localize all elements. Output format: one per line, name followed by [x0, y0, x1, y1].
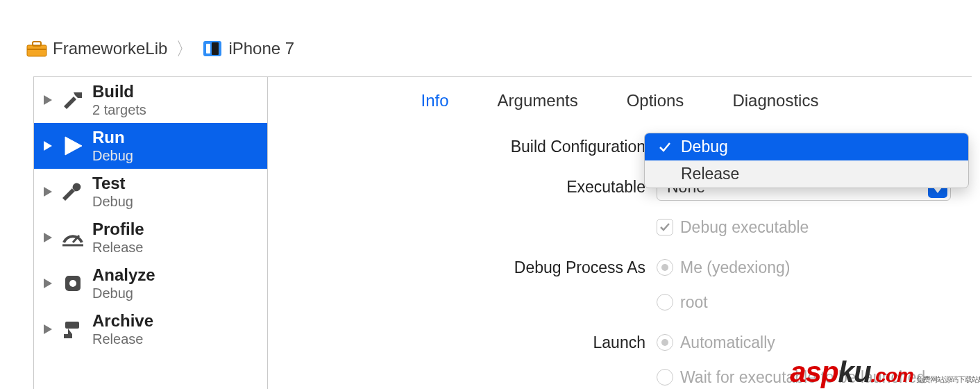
- scheme-selector[interactable]: FrameworkeLib: [26, 39, 167, 58]
- scheme-editor-panel: Build 2 targets Run Debug: [33, 76, 972, 389]
- main-content: Info Arguments Options Diagnostics Build…: [268, 77, 972, 389]
- watermark: asp ku .com 免费网站源码下载站!: [790, 356, 980, 389]
- watermark-part: asp: [790, 356, 838, 389]
- sidebar-item-subtitle: 2 targets: [92, 102, 146, 117]
- sidebar-item-title: Profile: [92, 220, 144, 238]
- sidebar-item-run[interactable]: Run Debug: [34, 123, 267, 169]
- gauge-icon: [59, 227, 87, 248]
- launch-wait-radio[interactable]: [657, 369, 673, 386]
- debug-process-as-label: Debug Process As: [282, 258, 657, 277]
- sidebar-item-subtitle: Debug: [92, 148, 133, 163]
- debug-executable-checkbox[interactable]: [657, 219, 673, 235]
- sidebar-item-subtitle: Release: [92, 331, 153, 347]
- check-icon: [657, 142, 673, 153]
- scheme-sidebar: Build 2 targets Run Debug: [34, 77, 268, 389]
- sidebar-item-subtitle: Debug: [92, 285, 155, 301]
- sidebar-item-title: Build: [92, 83, 146, 101]
- executable-label: Executable: [282, 178, 657, 197]
- breadcrumb-separator: 〉: [176, 37, 194, 61]
- launch-automatically-label: Automatically: [680, 333, 775, 352]
- analyze-icon: [59, 273, 87, 294]
- watermark-part: ku: [838, 356, 871, 389]
- svg-rect-0: [27, 45, 47, 56]
- svg-rect-2: [27, 49, 47, 50]
- sidebar-item-title: Analyze: [92, 266, 155, 284]
- tab-bar: Info Arguments Options Diagnostics: [268, 77, 972, 124]
- iphone-icon: [202, 40, 223, 58]
- destination-name: iPhone 7: [228, 39, 294, 58]
- debug-process-me-label: Me (yedexiong): [680, 258, 791, 277]
- sidebar-item-title: Test: [92, 174, 133, 192]
- dropdown-option-debug[interactable]: Debug: [645, 133, 968, 160]
- launch-label: Launch: [282, 333, 657, 352]
- build-configuration-dropdown: Debug Release: [644, 133, 969, 188]
- debug-executable-label: Debug executable: [680, 218, 809, 237]
- disclosure-triangle-icon[interactable]: [42, 279, 53, 288]
- disclosure-triangle-icon[interactable]: [42, 141, 53, 151]
- svg-rect-10: [65, 322, 79, 329]
- sidebar-item-subtitle: Release: [92, 240, 144, 255]
- tab-info[interactable]: Info: [421, 91, 449, 110]
- disclosure-triangle-icon[interactable]: [42, 233, 53, 242]
- svg-rect-5: [212, 42, 219, 55]
- watermark-sub: 免费网站源码下载站!: [916, 374, 980, 385]
- tab-options[interactable]: Options: [627, 91, 684, 110]
- dropdown-option-label: Debug: [681, 138, 728, 156]
- sidebar-item-title: Archive: [92, 312, 153, 330]
- sidebar-item-profile[interactable]: Profile Release: [34, 215, 267, 260]
- dropdown-option-label: Release: [681, 165, 739, 183]
- play-icon: [59, 135, 87, 156]
- debug-process-root-label: root: [680, 293, 708, 312]
- dropdown-option-release[interactable]: Release: [645, 160, 968, 188]
- disclosure-triangle-icon[interactable]: [42, 324, 53, 334]
- build-configuration-label: Build Configuration: [282, 138, 657, 156]
- sidebar-item-archive[interactable]: Archive Release: [34, 306, 267, 352]
- disclosure-triangle-icon[interactable]: [42, 95, 53, 105]
- archive-icon: [59, 319, 87, 340]
- scheme-name: FrameworkeLib: [53, 39, 167, 58]
- debug-process-root-radio[interactable]: [657, 294, 673, 311]
- launch-automatically-radio[interactable]: [657, 334, 673, 351]
- svg-rect-1: [33, 42, 41, 46]
- toolbox-icon: [26, 40, 47, 57]
- destination-selector[interactable]: iPhone 7: [202, 39, 294, 58]
- sidebar-item-analyze[interactable]: Analyze Debug: [34, 260, 267, 306]
- breadcrumb-bar: FrameworkeLib 〉 iPhone 7: [0, 0, 980, 76]
- svg-rect-4: [206, 44, 210, 53]
- debug-process-me-radio[interactable]: [657, 259, 673, 276]
- tab-diagnostics[interactable]: Diagnostics: [732, 91, 818, 110]
- disclosure-triangle-icon[interactable]: [42, 187, 53, 197]
- sidebar-item-build[interactable]: Build 2 targets: [34, 77, 267, 123]
- tab-arguments[interactable]: Arguments: [498, 91, 578, 110]
- sidebar-item-test[interactable]: Test Debug: [34, 169, 267, 215]
- sidebar-item-title: Run: [92, 129, 133, 147]
- hammer-icon: [59, 90, 87, 110]
- svg-point-9: [69, 280, 76, 287]
- sidebar-item-subtitle: Debug: [92, 194, 133, 209]
- wrench-icon: [59, 181, 87, 202]
- watermark-part: .com: [871, 365, 913, 387]
